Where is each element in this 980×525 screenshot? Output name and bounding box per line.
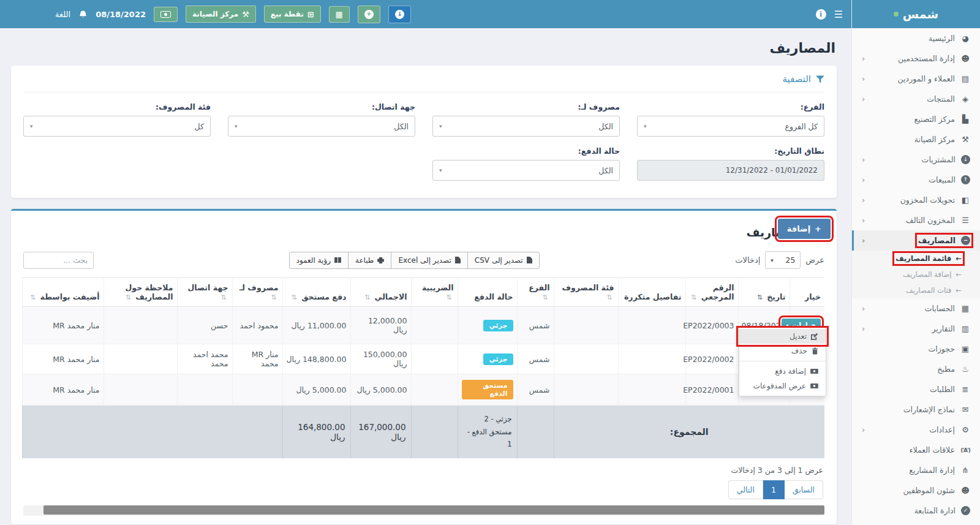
field-label: مصروف لـ:: [432, 102, 620, 111]
quick-action-button[interactable]: ↓: [388, 6, 411, 23]
sidebar-item-project-management[interactable]: ⋔ إدارة المشاريع: [852, 460, 980, 480]
menu-item-add-payment[interactable]: إضافة دفع: [739, 364, 826, 379]
cell-reference: EP2022/0001: [685, 374, 738, 406]
sidebar-item-reservations[interactable]: ▣ حجوزات: [852, 339, 980, 359]
language-menu[interactable]: اللغة: [55, 10, 70, 19]
current-date: 08/18/2022: [96, 10, 146, 19]
money-check-icon: ▦: [960, 304, 970, 313]
pos-button[interactable]: ⊞ نقطة بيع: [264, 6, 321, 23]
print-button[interactable]: طباعة: [348, 252, 391, 269]
sidebar-item-kitchen[interactable]: ♨ مطبخ: [852, 359, 980, 379]
add-new-button[interactable]: +: [358, 6, 380, 23]
col-branch[interactable]: الفرع ⇅: [517, 278, 554, 307]
col-payment-status[interactable]: حالة الدفع: [458, 278, 517, 307]
page-length-select[interactable]: 25 ▾: [765, 251, 801, 269]
sidebar-subitem-add-expense[interactable]: ← إضافة المصاريف: [852, 266, 980, 282]
col-expense-category[interactable]: فئة المصروف ⇅: [554, 278, 618, 307]
sidebar-item-stock-transfers[interactable]: ◧ تحويلات المخزون ‹: [852, 190, 980, 210]
cell-payment-status: مستحق الدفع: [458, 374, 517, 406]
search-input[interactable]: [23, 252, 94, 269]
sidebar-item-notification-templates[interactable]: ✉ نماذج الإشعارات: [852, 399, 980, 420]
banknote-icon: [810, 383, 818, 389]
sidebar-item-orders[interactable]: ≣ الطلبات: [852, 379, 980, 399]
sidebar-item-customer-relations[interactable]: ('A') علاقات العملاء: [852, 440, 980, 460]
col-expense-for[interactable]: مصروف لـ ⇅: [232, 278, 282, 307]
col-recurring-details[interactable]: تفاصيل متكررة: [618, 278, 685, 307]
caret-down-icon: ▾: [771, 257, 774, 263]
sidebar-item-user-management[interactable]: ☻ إدارة المستخدمين ‹: [852, 48, 980, 69]
factory-icon: ▙: [960, 115, 970, 124]
payment-status-select[interactable]: الكل ▾: [432, 160, 620, 181]
sidebar-subitem-expense-categories[interactable]: ← فئات المصاريف: [852, 282, 980, 298]
hamburger-menu-icon[interactable]: ☰: [834, 9, 843, 20]
wrench-icon: ⚒: [960, 135, 970, 144]
sidebar-item-settings[interactable]: ⚙ إعدادات ‹: [852, 420, 980, 440]
col-tax[interactable]: الضريبية ⇅: [411, 278, 458, 307]
sidebar-item-follow-up[interactable]: ✓ ادارة المتابعة: [852, 500, 980, 521]
sidebar: شمس ◕ الرئيسية ☻ إدارة المستخدمين ‹ ▤ ال…: [851, 0, 980, 525]
sidebar-item-expenses[interactable]: − المصاريف ‹: [852, 230, 980, 251]
filter-toggle[interactable]: التصفية: [23, 74, 824, 93]
add-expense-button[interactable]: + إضافة: [778, 219, 831, 239]
contact-select[interactable]: الكل ▾: [228, 116, 415, 137]
filter-field-expense-category: فئة المصروف: كل ▾: [23, 102, 211, 137]
cell-contact: [177, 374, 232, 406]
length-menu: عرض 25 ▾ إدخالات: [735, 251, 824, 269]
caret-down-icon: ▾: [30, 123, 33, 129]
menu-item-edit[interactable]: تعديل: [739, 329, 826, 344]
sidebar-item-staff-affairs[interactable]: ☻ شئون الموظفين: [852, 480, 980, 500]
sidebar-item-home[interactable]: ◕ الرئيسية: [852, 28, 980, 48]
export-excel-button[interactable]: تصدير إلى Excel: [391, 252, 467, 269]
banknote-icon: [160, 11, 171, 18]
col-contact[interactable]: جهة اتصال ⇅: [177, 278, 232, 307]
page-title: المصاريف: [12, 40, 835, 56]
sort-icon: ⇅: [364, 293, 370, 301]
branch-select[interactable]: كل الفروع ▾: [637, 116, 824, 137]
brand-logo[interactable]: شمس: [852, 0, 980, 28]
col-option[interactable]: خيار: [790, 278, 824, 307]
sidebar-item-damaged-stock[interactable]: ☰ المخزون التالف ‹: [852, 210, 980, 230]
col-reference[interactable]: الرقم المرجعي ⇅: [685, 278, 738, 307]
info-icon[interactable]: i: [816, 9, 826, 20]
horizontal-scrollbar-track: [23, 505, 824, 516]
bell-icon[interactable]: [78, 10, 88, 19]
col-total[interactable]: الاجمالي ⇅: [350, 278, 411, 307]
column-visibility-button[interactable]: رؤية العمود: [289, 252, 349, 269]
menu-item-delete[interactable]: حذف: [739, 344, 826, 358]
menu-item-view-payments[interactable]: عرض المدفوعات: [739, 379, 826, 393]
cash-register-button[interactable]: [154, 7, 178, 22]
sidebar-item-sales[interactable]: ↑ المبيعات ‹: [852, 170, 980, 190]
export-csv-button[interactable]: تصدير إلى CSV: [467, 252, 540, 269]
filter-field-branch: الفرع: كل الفروع ▾: [637, 102, 824, 137]
sidebar-item-products[interactable]: ◈ المنتجات ‹: [852, 89, 980, 109]
previous-page-button[interactable]: السابق: [784, 480, 823, 499]
col-due-payment[interactable]: دفع مستحق ⇅: [282, 278, 350, 307]
sidebar-item-reports[interactable]: ▥ التقارير ‹: [852, 319, 980, 339]
filter-title: التصفية: [783, 74, 811, 85]
sidebar-item-maintenance-center[interactable]: ⚒ مركز الصيانة: [852, 129, 980, 149]
col-date[interactable]: تاريخ ⇅: [738, 278, 790, 307]
pagination: السابق 1 التالي: [729, 480, 823, 499]
sidebar-item-clients-suppliers[interactable]: ▤ العملاء و الموردين ‹: [852, 69, 980, 89]
sidebar-item-purchases[interactable]: ↓ المشتريات ‹: [852, 149, 980, 170]
calculator-button[interactable]: ▦: [329, 6, 350, 23]
sort-icon: ⇅: [542, 293, 548, 301]
database-icon: ☰: [960, 216, 970, 225]
expense-for-select[interactable]: الكل ▾: [432, 116, 620, 137]
maintenance-center-button[interactable]: ⚒ مركز الصيانة: [186, 6, 256, 23]
sidebar-subitem-expenses-list[interactable]: ← قائمة المصاريف: [852, 251, 980, 266]
date-range-input[interactable]: 12/31/2022 - 01/01/2022: [637, 160, 824, 181]
expense-category-select[interactable]: كل ▾: [23, 116, 211, 137]
sidebar-item-accounts[interactable]: ▦ الحسابات ‹: [852, 298, 980, 319]
col-added-by[interactable]: أضيفت بواسطة ⇅: [22, 278, 104, 307]
page-1-button[interactable]: 1: [763, 480, 785, 499]
horizontal-scrollbar-thumb[interactable]: [43, 505, 824, 515]
sort-icon: ⇅: [292, 293, 297, 301]
next-page-button[interactable]: التالي: [728, 480, 763, 499]
col-expense-note[interactable]: ملاحظة حول المصاريف ⇅: [104, 278, 177, 307]
table-controls: عرض 25 ▾ إدخالات تصدير إلى CSV تصدير إلى…: [23, 251, 824, 269]
annotation-box-expenses: − المصاريف: [918, 236, 970, 245]
cell-added-by: MR منار محمد: [22, 307, 104, 344]
sidebar-item-manufacturing-center[interactable]: ▙ مركز التصنيع: [852, 109, 980, 129]
sort-icon: ⇅: [606, 293, 612, 301]
